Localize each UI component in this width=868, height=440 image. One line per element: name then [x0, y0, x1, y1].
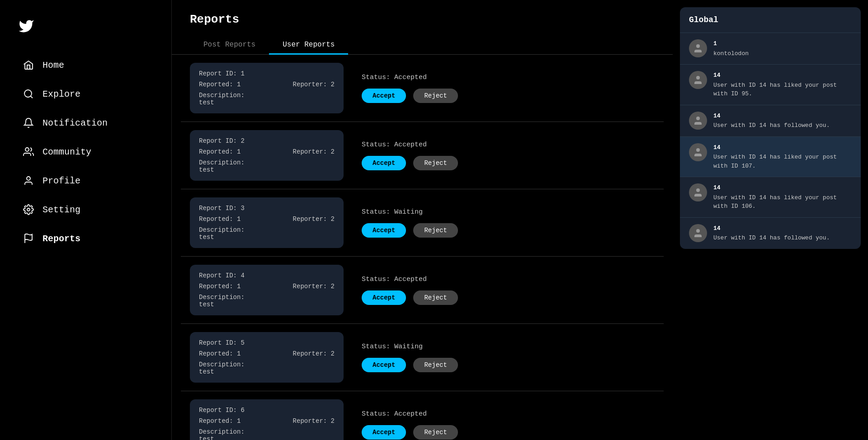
- notification-user-id: 14: [713, 143, 852, 152]
- accept-button[interactable]: Accept: [362, 358, 406, 372]
- accept-button[interactable]: Accept: [362, 290, 406, 305]
- report-buttons: Accept Reject: [362, 425, 458, 440]
- report-description-value: test: [199, 234, 214, 241]
- notification-text: 1 kontolodon: [713, 39, 749, 58]
- report-row: Report ID: 4 Reported: 1 Reporter: 2 Des…: [181, 257, 664, 324]
- notification-item: 14 User with ID 14 has liked your post w…: [680, 137, 861, 178]
- report-card: Report ID: 1 Reported: 1 Reporter: 2 Des…: [190, 63, 344, 113]
- report-description-label: Description:: [199, 294, 245, 301]
- report-status: Status: Accepted: [362, 141, 427, 149]
- reject-button[interactable]: Reject: [413, 223, 458, 238]
- tab-user-reports[interactable]: User Reports: [269, 35, 348, 54]
- report-reporter: Reporter: 2: [293, 215, 335, 223]
- sidebar-item-notification[interactable]: Notification: [5, 109, 167, 137]
- logo: [0, 9, 171, 50]
- report-buttons: Accept Reject: [362, 89, 458, 103]
- report-reported: Reported: 1: [199, 81, 241, 88]
- report-actions: Status: Waiting Accept Reject: [353, 343, 655, 372]
- report-card: Report ID: 6 Reported: 1 Reporter: 2 Des…: [190, 399, 344, 440]
- svg-point-2: [25, 148, 29, 151]
- report-description-label: Description:: [199, 361, 245, 368]
- sidebar-item-home-label: Home: [42, 60, 64, 70]
- reject-button[interactable]: Reject: [413, 425, 458, 440]
- sidebar-item-explore-label: Explore: [42, 89, 80, 99]
- user-avatar-icon: [693, 187, 703, 198]
- report-reported: Reported: 1: [199, 215, 241, 223]
- accept-button[interactable]: Accept: [362, 89, 406, 103]
- reports-list: Report ID: 1 Reported: 1 Reporter: 2 Des…: [172, 55, 673, 440]
- sidebar-item-explore[interactable]: Explore: [5, 80, 167, 108]
- right-panel: Global 1 kontolodon 14 User with ID 14 h…: [680, 7, 861, 249]
- svg-point-7: [696, 76, 700, 80]
- user-avatar-icon: [693, 115, 703, 126]
- report-card: Report ID: 3 Reported: 1 Reporter: 2 Des…: [190, 197, 344, 248]
- page-title: Reports: [172, 0, 673, 26]
- notification-text: 14 User with ID 14 has liked your post w…: [713, 183, 852, 211]
- report-row: Report ID: 6 Reported: 1 Reporter: 2 Des…: [181, 391, 664, 440]
- reject-button[interactable]: Reject: [413, 156, 458, 170]
- report-reporter: Reporter: 2: [293, 350, 335, 357]
- user-avatar-icon: [693, 75, 703, 85]
- report-buttons: Accept Reject: [362, 156, 458, 170]
- sidebar-item-reports[interactable]: Reports: [5, 225, 167, 253]
- report-description-value: test: [199, 166, 214, 173]
- notification-text: 14 User with ID 14 has liked your post w…: [713, 143, 852, 171]
- notification-user-id: 14: [713, 71, 852, 80]
- tabs-row: Post Reports User Reports: [172, 35, 673, 55]
- sidebar-item-setting[interactable]: Setting: [5, 196, 167, 224]
- bell-icon: [23, 117, 34, 129]
- svg-point-11: [696, 229, 700, 233]
- accept-button[interactable]: Accept: [362, 156, 406, 170]
- svg-point-6: [696, 44, 700, 48]
- user-avatar-icon: [693, 147, 703, 158]
- reject-button[interactable]: Reject: [413, 358, 458, 372]
- community-icon: [23, 146, 34, 158]
- svg-line-1: [31, 96, 33, 98]
- sidebar-item-setting-label: Setting: [42, 205, 80, 215]
- report-description-value: test: [199, 99, 214, 106]
- notification-item: 14 User with ID 14 has liked your post w…: [680, 177, 861, 218]
- flag-icon: [23, 233, 34, 244]
- avatar: [689, 71, 707, 89]
- report-status: Status: Waiting: [362, 343, 423, 351]
- notification-message: User with ID 14 has liked your post with…: [713, 194, 837, 210]
- svg-point-0: [24, 90, 32, 97]
- sidebar-item-reports-label: Reports: [42, 234, 80, 244]
- notification-user-id: 1: [713, 39, 749, 48]
- report-card: Report ID: 2 Reported: 1 Reporter: 2 Des…: [190, 130, 344, 181]
- profile-icon: [23, 175, 34, 187]
- report-reporter: Reporter: 2: [293, 417, 335, 425]
- twitter-icon: [18, 18, 34, 34]
- report-card: Report ID: 4 Reported: 1 Reporter: 2 Des…: [190, 265, 344, 315]
- report-actions: Status: Waiting Accept Reject: [353, 208, 655, 238]
- report-actions: Status: Accepted Accept Reject: [353, 74, 655, 103]
- sidebar-item-community-label: Community: [42, 147, 91, 157]
- report-reporter: Reporter: 2: [293, 148, 335, 155]
- notification-message: kontolodon: [713, 50, 749, 57]
- notification-text: 14 User with ID 14 has liked your post w…: [713, 71, 852, 98]
- notification-message: User with ID 14 has followed you.: [713, 122, 830, 129]
- reject-button[interactable]: Reject: [413, 290, 458, 305]
- sidebar-item-home[interactable]: Home: [5, 51, 167, 79]
- sidebar-item-community[interactable]: Community: [5, 138, 167, 166]
- accept-button[interactable]: Accept: [362, 425, 406, 440]
- report-row: Report ID: 5 Reported: 1 Reporter: 2 Des…: [181, 324, 664, 391]
- report-status: Status: Waiting: [362, 208, 423, 216]
- report-row: Report ID: 2 Reported: 1 Reporter: 2 Des…: [181, 122, 664, 189]
- tab-post-reports[interactable]: Post Reports: [190, 35, 269, 54]
- notification-item: 1 kontolodon: [680, 33, 861, 65]
- notification-user-id: 14: [713, 112, 830, 121]
- report-status: Status: Accepted: [362, 74, 427, 81]
- report-id: Report ID: 3: [199, 205, 335, 212]
- sidebar-item-profile[interactable]: Profile: [5, 167, 167, 195]
- notification-text: 14 User with ID 14 has followed you.: [713, 112, 830, 130]
- accept-button[interactable]: Accept: [362, 223, 406, 238]
- report-id: Report ID: 4: [199, 272, 335, 279]
- notification-message: User with ID 14 has liked your post with…: [713, 154, 837, 169]
- report-description-label: Description:: [199, 159, 245, 166]
- report-row: Report ID: 3 Reported: 1 Reporter: 2 Des…: [181, 189, 664, 257]
- svg-point-8: [696, 117, 700, 120]
- report-description-value: test: [199, 301, 214, 308]
- reject-button[interactable]: Reject: [413, 89, 458, 103]
- user-avatar-icon: [693, 43, 703, 54]
